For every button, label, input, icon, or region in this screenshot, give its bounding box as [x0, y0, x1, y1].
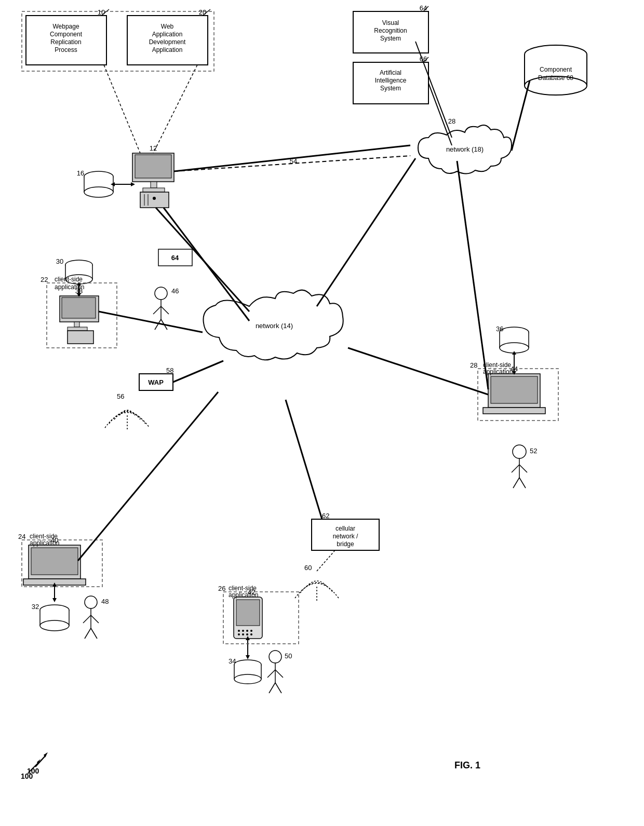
svg-line-81: [161, 306, 169, 314]
svg-text:System: System: [380, 35, 401, 42]
svg-text:28: 28: [448, 117, 455, 125]
svg-marker-53: [131, 182, 135, 186]
svg-text:62: 62: [322, 512, 329, 520]
svg-text:100: 100: [27, 767, 39, 775]
svg-text:Component: Component: [540, 66, 572, 73]
svg-text:network /: network /: [333, 533, 358, 540]
svg-text:Database 68: Database 68: [538, 74, 573, 82]
svg-text:60: 60: [304, 564, 312, 572]
svg-text:Web: Web: [161, 23, 174, 30]
svg-text:64: 64: [171, 254, 179, 262]
svg-rect-62: [68, 331, 93, 344]
svg-text:32: 32: [32, 603, 39, 611]
svg-line-107: [91, 615, 99, 623]
svg-line-142: [275, 670, 283, 678]
svg-text:client-side: client-side: [55, 276, 83, 283]
svg-text:56: 56: [117, 392, 124, 400]
svg-marker-96: [52, 598, 57, 602]
svg-text:Development: Development: [149, 38, 186, 46]
svg-line-73: [99, 312, 203, 332]
svg-line-175: [519, 465, 527, 472]
svg-point-44: [153, 197, 156, 200]
svg-text:46: 46: [171, 287, 179, 295]
svg-rect-92: [31, 548, 78, 575]
svg-text:64: 64: [420, 4, 427, 12]
svg-point-126: [242, 633, 244, 635]
svg-text:Process: Process: [55, 46, 77, 53]
svg-point-127: [246, 633, 248, 635]
svg-line-197: [35, 755, 46, 767]
svg-line-157: [286, 400, 322, 519]
svg-text:bridge: bridge: [337, 540, 354, 548]
svg-point-122: [242, 630, 244, 632]
svg-line-108: [85, 628, 91, 639]
svg-text:48: 48: [101, 598, 109, 605]
svg-text:34: 34: [229, 657, 236, 665]
svg-point-139: [269, 651, 281, 663]
svg-line-174: [512, 465, 519, 472]
svg-rect-59: [62, 297, 96, 318]
svg-text:20: 20: [199, 8, 206, 16]
svg-line-177: [519, 478, 526, 488]
svg-text:24: 24: [18, 533, 25, 540]
svg-line-106: [83, 615, 91, 623]
svg-line-80: [153, 306, 161, 314]
svg-line-183: [457, 161, 488, 389]
svg-line-186: [512, 80, 530, 151]
svg-point-172: [513, 445, 526, 458]
svg-point-125: [238, 633, 240, 635]
svg-text:30: 30: [56, 258, 63, 265]
svg-rect-40: [143, 188, 165, 192]
svg-point-124: [250, 630, 252, 632]
svg-line-185: [317, 158, 415, 306]
svg-text:FIG. 1: FIG. 1: [454, 760, 480, 770]
svg-point-137: [234, 674, 261, 684]
svg-text:client-side: client-side: [229, 585, 257, 592]
svg-rect-160: [491, 376, 538, 403]
svg-point-102: [40, 620, 69, 631]
svg-text:WAP: WAP: [148, 378, 164, 386]
svg-point-104: [85, 596, 97, 608]
svg-text:network (14): network (14): [256, 322, 293, 330]
svg-line-144: [275, 683, 281, 693]
svg-line-109: [91, 628, 97, 639]
svg-text:System: System: [380, 85, 401, 92]
svg-text:application: application: [229, 591, 258, 599]
svg-text:58: 58: [166, 367, 173, 374]
diagram: Webpage Component Replication Process 10…: [0, 0, 644, 826]
svg-text:Recognition: Recognition: [374, 27, 407, 34]
svg-text:Component: Component: [50, 31, 83, 38]
svg-text:application: application: [483, 368, 513, 375]
svg-point-123: [246, 630, 248, 632]
svg-text:application: application: [30, 539, 59, 547]
svg-rect-60: [74, 322, 79, 327]
svg-text:12: 12: [150, 144, 157, 152]
svg-line-143: [269, 683, 275, 693]
svg-point-78: [155, 287, 167, 300]
svg-text:network (18): network (18): [446, 145, 484, 153]
svg-point-128: [250, 633, 252, 635]
svg-line-176: [513, 478, 519, 488]
svg-rect-61: [68, 327, 87, 331]
svg-line-192: [153, 65, 197, 153]
svg-line-118: [78, 392, 218, 561]
svg-line-190: [174, 145, 410, 171]
svg-text:Artificial: Artificial: [380, 69, 401, 76]
svg-text:Webpage: Webpage: [52, 23, 79, 30]
svg-rect-39: [151, 182, 157, 188]
diagram-svg: Webpage Component Replication Process 10…: [0, 0, 644, 826]
svg-line-90: [173, 361, 223, 382]
svg-text:Application: Application: [152, 31, 183, 38]
svg-rect-120: [236, 600, 260, 626]
svg-text:application: application: [55, 283, 84, 291]
svg-point-121: [238, 630, 240, 632]
svg-text:Application: Application: [152, 46, 183, 53]
svg-text:Replication: Replication: [50, 38, 81, 46]
svg-line-141: [267, 670, 275, 678]
svg-line-191: [104, 65, 140, 153]
svg-text:50: 50: [285, 652, 292, 660]
svg-text:26: 26: [218, 585, 225, 592]
svg-text:52: 52: [530, 447, 537, 455]
svg-text:10: 10: [98, 8, 105, 16]
svg-line-158: [317, 550, 335, 571]
